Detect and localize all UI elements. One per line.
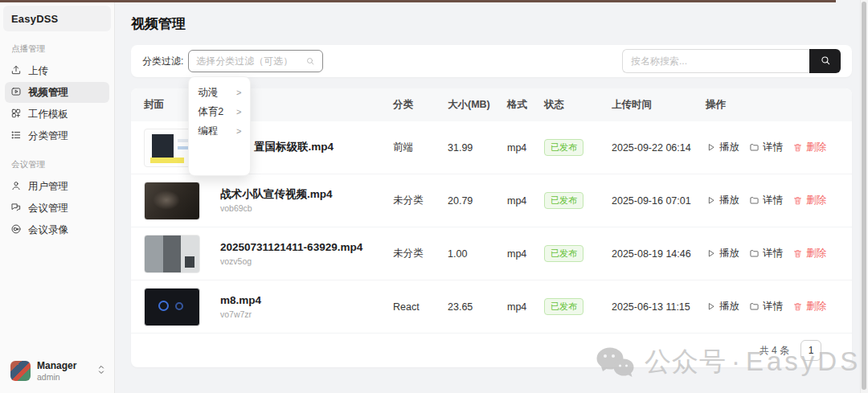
folder-icon (749, 195, 760, 206)
status-badge: 已发布 (544, 298, 583, 315)
video-thumbnail (144, 182, 200, 220)
video-size: 23.65 (448, 301, 507, 313)
video-manage-icon (10, 86, 22, 100)
details-button[interactable]: 详情 (749, 247, 783, 260)
scrollbar-thumb[interactable] (862, 2, 866, 390)
delete-button[interactable]: 删除 (792, 247, 826, 260)
video-uploaded: 2025-09-22 06:14 (612, 142, 706, 154)
folder-icon (749, 142, 760, 153)
dropdown-item-sports2[interactable]: 体育2 > (189, 102, 250, 121)
table-row: m8.mp4 vo7w7zr React 23.65 mp4 已发布 2025-… (131, 280, 852, 334)
status-badge: 已发布 (544, 139, 583, 156)
delete-button[interactable]: 删除 (792, 194, 826, 207)
details-button[interactable]: 详情 (749, 300, 783, 313)
delete-button[interactable]: 删除 (792, 141, 826, 154)
sidebar-item-video-manage[interactable]: 视频管理 (5, 82, 109, 103)
video-title: 战术小队宣传视频.mp4 (220, 188, 393, 202)
video-title: 20250731121411-63929.mp4 (220, 241, 393, 255)
delete-button[interactable]: 删除 (792, 300, 826, 313)
col-format: 格式 (507, 98, 544, 112)
user-role: admin (37, 372, 76, 383)
sidebar-item-label: 工作模板 (28, 108, 68, 121)
video-code: vozv5og (220, 256, 393, 266)
video-title: m8.mp4 (220, 294, 393, 308)
table-footer: 共 4 条 1 (131, 334, 852, 367)
folder-icon (749, 301, 760, 312)
trash-icon (792, 142, 803, 153)
filter-bar: 分类过滤: 选择分类过滤（可选） 动漫 > 体育2 > (131, 45, 852, 77)
sidebar-item-upload[interactable]: 上传 (5, 60, 109, 81)
sidebar-item-label: 会议录像 (28, 223, 68, 237)
folder-icon (749, 248, 760, 259)
video-format: mp4 (507, 301, 544, 313)
video-code: vo7w7zr (220, 309, 393, 319)
total-count: 共 4 条 (760, 344, 789, 358)
sidebar-section-vod: 点播管理 (0, 31, 114, 60)
search-icon (820, 55, 831, 68)
user-name: Manager (37, 360, 76, 372)
user-account-row[interactable]: Manager admin (0, 352, 114, 393)
details-button[interactable]: 详情 (749, 194, 783, 207)
video-code: vob69cb (220, 203, 393, 213)
chevron-right-icon: > (236, 88, 241, 97)
video-thumbnail (144, 288, 200, 326)
upload-icon (10, 64, 22, 78)
video-format: mp4 (507, 195, 544, 207)
chat-icon (10, 202, 22, 215)
details-button[interactable]: 详情 (749, 141, 783, 154)
app-logo: EasyDSS (3, 6, 111, 31)
table-row: 20250731121411-63929.mp4 vozv5og 未分类 1.0… (131, 227, 852, 280)
category-filter-select[interactable]: 选择分类过滤（可选） (188, 50, 323, 72)
play-button[interactable]: 播放 (706, 194, 739, 207)
scrollbar-track[interactable] (860, 0, 868, 393)
sidebar: EasyDSS 点播管理 上传 视频管理 工作模板 分类管理 会议管理 用户管理… (0, 0, 115, 393)
col-uploaded: 上传时间 (612, 98, 706, 112)
video-size: 1.00 (448, 248, 507, 260)
video-thumbnail (144, 235, 200, 273)
video-title: 置国标级联.mp4 (254, 141, 393, 154)
play-icon (706, 195, 716, 206)
sidebar-item-template[interactable]: 工作模板 (5, 104, 109, 125)
dropdown-item-anime[interactable]: 动漫 > (189, 83, 250, 102)
table-row: 战术小队宣传视频.mp4 vob69cb 未分类 20.79 mp4 已发布 2… (131, 174, 852, 227)
main-content: 视频管理 分类过滤: 选择分类过滤（可选） 动漫 > 体育2 > (115, 0, 868, 393)
col-actions: 操作 (706, 98, 839, 112)
play-icon (706, 301, 716, 312)
play-button[interactable]: 播放 (706, 247, 739, 260)
play-button[interactable]: 播放 (706, 300, 739, 313)
sidebar-item-category[interactable]: 分类管理 (5, 125, 109, 146)
video-size: 20.79 (448, 195, 507, 207)
search-input[interactable] (622, 49, 809, 73)
play-icon (706, 142, 716, 153)
sidebar-item-label: 上传 (28, 64, 48, 78)
category-dropdown: 动漫 > 体育2 > 编程 > (188, 76, 251, 176)
user-icon (10, 180, 22, 194)
search-button[interactable] (809, 49, 841, 73)
sidebar-item-meeting-manage[interactable]: 会议管理 (5, 198, 109, 219)
top-accent-bar (0, 0, 836, 2)
video-uploaded: 2025-09-16 07:01 (612, 195, 706, 207)
page-button-1[interactable]: 1 (800, 340, 821, 361)
play-icon (706, 248, 716, 259)
sidebar-item-label: 会议管理 (28, 202, 68, 215)
sidebar-item-meeting-record[interactable]: 会议录像 (5, 219, 109, 240)
video-format: mp4 (507, 142, 544, 154)
col-size: 大小(MB) (448, 98, 507, 112)
dropdown-item-coding[interactable]: 编程 > (189, 121, 250, 141)
status-badge: 已发布 (544, 245, 583, 262)
sidebar-item-user-manage[interactable]: 用户管理 (5, 176, 109, 197)
play-button[interactable]: 播放 (706, 141, 739, 154)
record-icon (10, 223, 22, 237)
template-icon (10, 108, 22, 121)
video-uploaded: 2025-06-13 11:15 (612, 301, 706, 313)
status-badge: 已发布 (544, 192, 583, 209)
avatar (10, 361, 31, 381)
video-format: mp4 (507, 248, 544, 260)
search-icon (305, 56, 315, 66)
video-uploaded: 2025-08-19 14:46 (612, 248, 706, 260)
category-filter-placeholder: 选择分类过滤（可选） (196, 55, 301, 68)
video-category: React (393, 301, 448, 313)
col-category: 分类 (393, 98, 448, 112)
chevron-right-icon: > (236, 126, 241, 136)
chevron-updown-icon[interactable] (96, 364, 106, 379)
